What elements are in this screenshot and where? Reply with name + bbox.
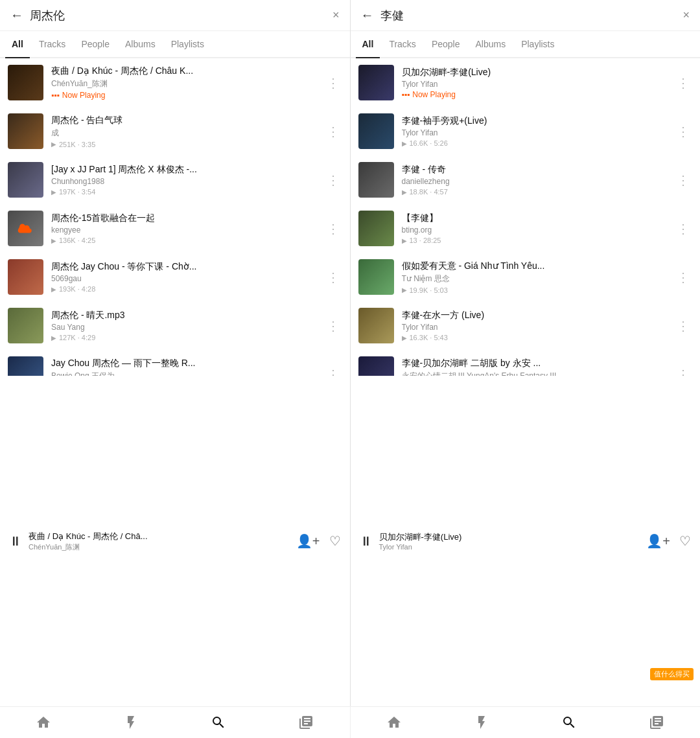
left-track-more-1[interactable]: ⋮ bbox=[324, 73, 342, 93]
left-nav-search[interactable] bbox=[211, 715, 226, 730]
right-search-bar: ← × bbox=[351, 0, 701, 31]
left-track-stats-5: 193K · 4:28 bbox=[59, 285, 95, 293]
left-nav-library[interactable] bbox=[298, 715, 314, 730]
left-track-meta-5: ▶ 193K · 4:28 bbox=[51, 285, 316, 293]
left-player-author: ChénYuān_陈渊 bbox=[29, 542, 290, 552]
right-nav-search[interactable] bbox=[561, 715, 577, 730]
left-search-input[interactable] bbox=[30, 8, 326, 22]
right-track-item-5[interactable]: 假如爱有天意 - Giá Như Tình Yêu... Tư Niệm 思念 … bbox=[351, 253, 701, 301]
left-track-more-6[interactable]: ⋮ bbox=[324, 316, 342, 336]
soundcloud-icon bbox=[17, 220, 35, 238]
right-track-more-6[interactable]: ⋮ bbox=[674, 316, 692, 336]
left-track-meta-2: ▶ 251K · 3:35 bbox=[51, 141, 316, 148]
left-player-track-info: 夜曲 / Dạ Khúc - 周杰伦 / Châ... ChénYuān_陈渊 bbox=[29, 531, 290, 552]
left-track-more-3[interactable]: ⋮ bbox=[324, 170, 342, 190]
right-play-icon-2: ▶ bbox=[402, 140, 407, 147]
right-track-item-1[interactable]: 贝加尔湖畔-李健(Live) Tylor Yifan ▪▪▪ Now Playi… bbox=[351, 58, 701, 107]
left-track-more-4[interactable]: ⋮ bbox=[324, 218, 342, 239]
right-track-thumb-1 bbox=[358, 65, 394, 100]
play-icon-6: ▶ bbox=[51, 334, 56, 341]
right-nav-lightning[interactable] bbox=[474, 715, 489, 730]
right-track-more-3[interactable]: ⋮ bbox=[674, 170, 692, 190]
left-track-author-4: kengyee bbox=[51, 225, 316, 235]
right-track-meta-4: ▶ 13 · 28:25 bbox=[402, 236, 667, 244]
left-track-author-1: ChénYuān_陈渊 bbox=[51, 78, 316, 89]
left-bottom-nav bbox=[0, 707, 351, 738]
right-track-more-2[interactable]: ⋮ bbox=[674, 121, 692, 142]
left-track-more-5[interactable]: ⋮ bbox=[324, 267, 342, 288]
bar-chart-icon-1: ▪▪▪ bbox=[51, 91, 60, 100]
left-pause-button[interactable]: ⏸ bbox=[9, 534, 22, 549]
left-player-bar: ⏸ 夜曲 / Dạ Khúc - 周杰伦 / Châ... ChénYuān_陈… bbox=[0, 376, 350, 706]
left-back-icon[interactable]: ← bbox=[10, 8, 23, 23]
right-track-author-5: Tư Niệm 思念 bbox=[402, 273, 667, 284]
right-track-item-6[interactable]: 李健-在水一方 (Live) Tylor Yifan ▶ 16.3K · 5:4… bbox=[351, 301, 701, 350]
left-nav-lightning[interactable] bbox=[123, 715, 139, 730]
left-track-more-7[interactable]: ⋮ bbox=[324, 364, 342, 376]
left-tab-albums[interactable]: Albums bbox=[119, 31, 162, 57]
left-tab-people[interactable]: People bbox=[75, 31, 116, 57]
right-tab-tracks[interactable]: Tracks bbox=[382, 31, 422, 57]
right-heart-icon[interactable]: ♡ bbox=[679, 533, 691, 549]
left-track-stats-2: 251K · 3:35 bbox=[59, 141, 95, 148]
left-track-title-7: Jay Chou 周杰伦 — 雨下一整晚 R... bbox=[51, 358, 316, 369]
left-search-bar: ← × bbox=[0, 0, 350, 31]
right-tab-playlists[interactable]: Playlists bbox=[515, 31, 561, 57]
left-player-title: 夜曲 / Dạ Khúc - 周杰伦 / Châ... bbox=[29, 531, 290, 542]
left-nav-home[interactable] bbox=[36, 715, 51, 730]
left-track-thumb-1 bbox=[8, 65, 43, 100]
right-track-more-4[interactable]: ⋮ bbox=[674, 218, 692, 239]
left-track-thumb-4 bbox=[8, 211, 43, 246]
left-track-item-1[interactable]: 夜曲 / Dạ Khúc - 周杰伦 / Châu K... ChénYuān_… bbox=[0, 58, 350, 107]
left-add-user-icon[interactable]: 👤+ bbox=[296, 533, 320, 549]
left-track-meta-3: ▶ 197K · 3:54 bbox=[51, 188, 316, 196]
right-track-title-1: 贝加尔湖畔-李健(Live) bbox=[402, 67, 667, 78]
left-track-item-3[interactable]: [Jay x JJ Part 1] 周杰伦 X 林俊杰 -... Chunhon… bbox=[0, 156, 350, 204]
right-track-item-4[interactable]: 【李健】 bting.org ▶ 13 · 28:25 ⋮ bbox=[351, 204, 701, 253]
right-track-item-3[interactable]: 李健 - 传奇 daniellezheng ▶ 18.8K · 4:57 ⋮ bbox=[351, 156, 701, 204]
right-track-more-5[interactable]: ⋮ bbox=[674, 267, 692, 288]
left-track-info-5: 周杰伦 Jay Chou - 等你下课 - Chờ... 5069gau ▶ 1… bbox=[51, 261, 316, 293]
left-track-item-6[interactable]: 周杰伦 - 晴天.mp3 Sau Yang ▶ 127K · 4:29 ⋮ bbox=[0, 301, 350, 350]
left-track-info-3: [Jay x JJ Part 1] 周杰伦 X 林俊杰 -... Chunhon… bbox=[51, 164, 316, 196]
left-track-item-2[interactable]: 周杰伦 - 告白气球 成 ▶ 251K · 3:35 ⋮ bbox=[0, 107, 350, 156]
right-back-icon[interactable]: ← bbox=[361, 8, 374, 23]
right-track-more-1[interactable]: ⋮ bbox=[674, 73, 692, 93]
right-track-author-6: Tylor Yifan bbox=[402, 323, 667, 332]
left-heart-icon[interactable]: ♡ bbox=[329, 533, 341, 549]
right-track-info-4: 【李健】 bting.org ▶ 13 · 28:25 bbox=[402, 213, 667, 244]
left-track-item-4[interactable]: 周杰伦-15首歌融合在一起 kengyee ▶ 136K · 4:25 ⋮ bbox=[0, 204, 350, 253]
left-clear-icon[interactable]: × bbox=[332, 8, 340, 22]
right-track-more-7[interactable]: ⋮ bbox=[674, 364, 692, 376]
right-panel: ← × All Tracks People Albums Playlists 贝… bbox=[351, 0, 701, 706]
left-track-stats-3: 197K · 3:54 bbox=[59, 188, 95, 196]
right-track-item-2[interactable]: 李健-袖手旁观+(Live) Tylor Yifan ▶ 16.6K · 5:2… bbox=[351, 107, 701, 156]
right-add-user-icon[interactable]: 👤+ bbox=[646, 533, 670, 549]
left-tab-tracks[interactable]: Tracks bbox=[32, 31, 72, 57]
right-track-info-5: 假如爱有天意 - Giá Như Tình Yêu... Tư Niệm 思念 … bbox=[402, 260, 667, 294]
left-track-item-7[interactable]: Jay Chou 周杰伦 — 雨下一整晚 R... Bowie Ong 王保为 … bbox=[0, 350, 350, 376]
right-now-playing-1: ▪▪▪ Now Playing bbox=[402, 90, 667, 99]
right-track-item-7[interactable]: 李健-贝加尔湖畔 二胡版 by 永安 ... 永安的心情二胡 III YungA… bbox=[351, 350, 701, 376]
right-tab-people[interactable]: People bbox=[425, 31, 467, 57]
left-track-more-2[interactable]: ⋮ bbox=[324, 121, 342, 142]
bottom-navigation bbox=[0, 706, 700, 738]
left-track-thumb-2 bbox=[8, 113, 43, 149]
right-nav-library[interactable] bbox=[649, 715, 664, 730]
left-tab-all[interactable]: All bbox=[5, 31, 30, 57]
left-track-thumb-6 bbox=[8, 308, 43, 343]
left-track-title-5: 周杰伦 Jay Chou - 等你下课 - Chờ... bbox=[51, 261, 316, 273]
right-clear-icon[interactable]: × bbox=[682, 8, 690, 22]
right-tab-all[interactable]: All bbox=[356, 31, 380, 57]
right-pause-button[interactable]: ⏸ bbox=[360, 534, 373, 549]
right-track-author-1: Tylor Yifan bbox=[402, 80, 667, 89]
right-player-author: Tylor Yifan bbox=[379, 543, 640, 551]
right-play-icon-4: ▶ bbox=[402, 237, 407, 244]
right-nav-home[interactable] bbox=[386, 715, 402, 730]
right-tab-albums[interactable]: Albums bbox=[469, 31, 512, 57]
left-filter-tabs: All Tracks People Albums Playlists bbox=[0, 31, 350, 58]
left-track-item-5[interactable]: 周杰伦 Jay Chou - 等你下课 - Chờ... 5069gau ▶ 1… bbox=[0, 253, 350, 301]
left-tab-playlists[interactable]: Playlists bbox=[165, 31, 211, 57]
right-search-input[interactable] bbox=[380, 8, 677, 22]
left-track-info-7: Jay Chou 周杰伦 — 雨下一整晚 R... Bowie Ong 王保为 … bbox=[51, 358, 316, 376]
